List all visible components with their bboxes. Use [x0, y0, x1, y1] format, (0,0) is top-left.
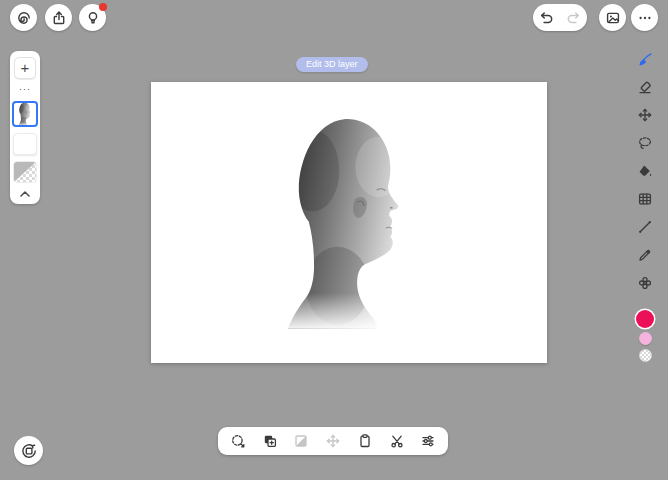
head-3d-model	[279, 112, 421, 332]
undo-redo-group	[533, 4, 587, 31]
undo-arrow-icon	[539, 10, 554, 25]
layer-thumbnail-3d-head[interactable]	[12, 101, 38, 127]
rotate-square-icon	[20, 442, 38, 460]
duplicate-button[interactable]	[258, 429, 282, 453]
layers-collapse-button[interactable]	[19, 189, 31, 198]
gradient-fill-button[interactable]	[289, 429, 313, 453]
lightbulb-icon	[85, 10, 101, 26]
diagonal-line-icon	[637, 219, 653, 235]
head-thumbnail-image	[17, 102, 33, 126]
transparent-color-swatch[interactable]	[639, 349, 652, 362]
four-arrows-icon	[325, 433, 341, 449]
effects-tool-button[interactable]	[634, 274, 656, 292]
image-icon	[605, 10, 621, 26]
share-export-icon	[51, 10, 67, 26]
drawing-canvas[interactable]	[151, 82, 547, 363]
fill-bucket-icon	[637, 163, 653, 179]
paste-button[interactable]	[353, 429, 377, 453]
redo-arrow-icon	[566, 10, 581, 25]
dashed-circle-arrow-icon	[230, 433, 246, 449]
eyedropper-tool-button[interactable]	[634, 246, 656, 264]
canvas-transform-button[interactable]	[14, 436, 43, 465]
eyedropper-icon	[637, 247, 653, 263]
layers-panel: + ···	[10, 51, 40, 204]
fill-tool-button[interactable]	[634, 162, 656, 180]
move-tool-button[interactable]	[634, 106, 656, 124]
color-swatches	[632, 310, 658, 362]
line-tool-button[interactable]	[634, 218, 656, 236]
grid-table-icon	[637, 191, 653, 207]
frames-tool-button[interactable]	[634, 190, 656, 208]
more-options-button[interactable]	[631, 4, 658, 31]
clipboard-icon	[357, 433, 373, 449]
ellipsis-icon	[637, 10, 653, 26]
brush-tool-button[interactable]	[634, 50, 656, 68]
tools-toolbar	[632, 50, 658, 292]
scissors-icon	[389, 433, 405, 449]
insert-image-button[interactable]	[599, 4, 626, 31]
flower-icon	[637, 275, 653, 291]
selection-button[interactable]	[226, 429, 250, 453]
lasso-tool-button[interactable]	[634, 134, 656, 152]
whats-new-button[interactable]	[79, 4, 106, 31]
chevron-up-icon	[19, 190, 31, 198]
cut-button[interactable]	[385, 429, 409, 453]
background-split-overlay	[14, 162, 36, 182]
layer-thumbnail-empty[interactable]	[13, 133, 37, 155]
eraser-tool-button[interactable]	[634, 78, 656, 96]
edit-3d-layer-banner: Edit 3D layer	[296, 57, 368, 72]
layer-options-button[interactable]: ···	[19, 85, 31, 95]
lasso-icon	[637, 135, 653, 151]
secondary-color-swatch[interactable]	[639, 332, 652, 345]
layer-thumbnail-background[interactable]	[13, 161, 37, 183]
undo-button[interactable]	[533, 4, 560, 31]
eraser-icon	[637, 79, 653, 95]
move-arrows-icon	[637, 107, 653, 123]
gradient-square-icon	[293, 433, 309, 449]
add-layer-button[interactable]: +	[14, 57, 36, 79]
tool-settings-button[interactable]	[416, 429, 440, 453]
export-button[interactable]	[45, 4, 72, 31]
copy-plus-icon	[262, 433, 278, 449]
nudge-move-button[interactable]	[321, 429, 345, 453]
paintbrush-icon	[637, 51, 654, 68]
edit-actions-toolbar	[218, 427, 448, 455]
back-to-gallery-swirl-icon	[16, 10, 32, 26]
sliders-icon	[420, 433, 436, 449]
notification-dot	[99, 3, 107, 11]
gallery-button[interactable]	[10, 4, 37, 31]
primary-color-swatch[interactable]	[636, 310, 654, 328]
redo-button[interactable]	[560, 4, 587, 31]
app-window: + ··· Edit 3D layer	[0, 0, 668, 480]
